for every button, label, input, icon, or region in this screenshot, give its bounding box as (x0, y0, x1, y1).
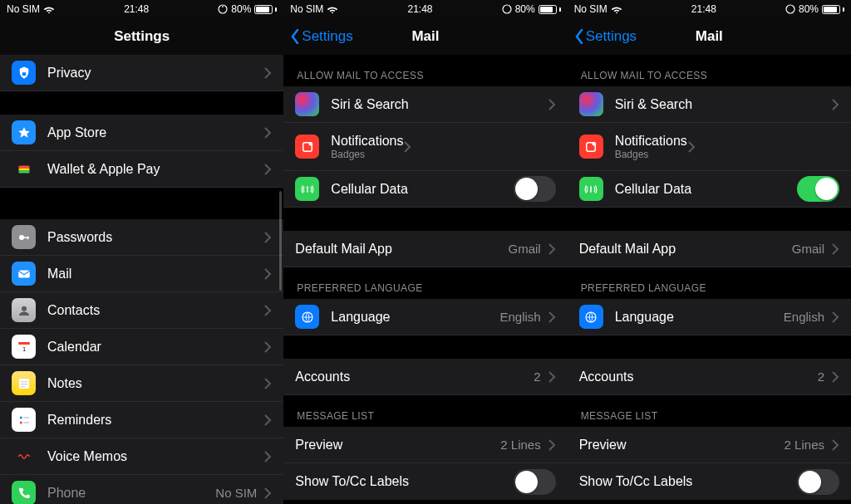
svg-rect-15 (23, 417, 29, 418)
row-default-mail-app[interactable]: Default Mail App Gmail (283, 231, 567, 267)
language-value: English (784, 310, 824, 324)
cellular-icon (579, 177, 603, 201)
chevron-icon (548, 99, 556, 110)
row-accounts[interactable]: Accounts 2 (283, 359, 567, 395)
clock-label: 21:48 (407, 3, 432, 15)
mail-settings-list: Allow Mail to Access Siri & Search Notif… (568, 55, 851, 500)
chevron-icon (831, 439, 839, 451)
chevron-icon (403, 141, 411, 153)
privacy-icon (12, 61, 36, 85)
svg-rect-12 (19, 379, 29, 389)
reminders-icon (12, 408, 36, 432)
chevron-icon (263, 164, 272, 175)
preview-label: Preview (579, 438, 785, 453)
chevron-icon (548, 439, 556, 451)
accounts-value: 2 (534, 369, 540, 384)
showtocc-toggle[interactable] (797, 469, 839, 495)
row-appstore[interactable]: App Store (0, 115, 283, 151)
notifications-label: Notifications (331, 134, 403, 149)
header-language: Preferred Language (568, 267, 851, 299)
accounts-label: Accounts (579, 369, 818, 384)
row-language[interactable]: Language English (568, 299, 851, 335)
notifications-icon (295, 135, 319, 159)
chevron-icon (831, 311, 839, 323)
phone-icon (12, 481, 36, 504)
row-notes[interactable]: Notes (0, 365, 283, 402)
row-cellular[interactable]: Cellular Data (568, 171, 851, 208)
phone-mail-on: No SIM 21:48 80% Settings Mail Allow Mai… (568, 0, 851, 504)
chevron-icon (263, 268, 272, 280)
svg-rect-6 (27, 237, 28, 239)
notifications-sub: Badges (615, 149, 687, 160)
chevron-icon (263, 232, 272, 243)
globe-icon (295, 305, 319, 329)
mail-settings-list: Allow Mail to Access Siri & Search Notif… (283, 55, 567, 500)
wallet-icon (12, 157, 36, 181)
preview-label: Preview (295, 438, 500, 453)
navbar: Settings Mail (568, 18, 851, 55)
row-notifications[interactable]: NotificationsBadges (283, 123, 567, 171)
cellular-toggle[interactable] (797, 176, 839, 202)
svg-rect-25 (590, 186, 592, 193)
row-notifications[interactable]: NotificationsBadges (568, 123, 851, 171)
row-wallet[interactable]: Wallet & Apple Pay (0, 151, 283, 188)
row-language[interactable]: Language English (283, 299, 567, 335)
cellular-label: Cellular Data (331, 182, 513, 197)
row-preview[interactable]: Preview 2 Lines (568, 427, 851, 463)
notifications-sub: Badges (331, 149, 403, 160)
page-title: Mail (411, 28, 439, 45)
battery-pct-label: 80% (799, 3, 819, 15)
cellular-toggle[interactable] (514, 176, 556, 202)
phone-mail-off: No SIM 21:48 80% Settings Mail Allow Mai… (283, 0, 567, 504)
notifications-icon (579, 135, 603, 159)
row-show-tocc[interactable]: Show To/Cc Labels (283, 463, 567, 500)
row-privacy[interactable]: Privacy (0, 55, 283, 91)
row-voicememos[interactable]: Voice Memos (0, 438, 283, 475)
wifi-icon (611, 5, 622, 13)
battery-pct-label: 80% (515, 3, 535, 15)
row-preview[interactable]: Preview 2 Lines (283, 427, 567, 463)
back-button[interactable]: Settings (290, 28, 352, 45)
svg-point-4 (19, 235, 24, 240)
appstore-label: App Store (47, 125, 263, 140)
language-value: English (499, 310, 540, 324)
showtocc-label: Show To/Cc Labels (579, 474, 797, 489)
svg-rect-20 (307, 186, 308, 193)
row-cellular[interactable]: Cellular Data (283, 171, 567, 208)
orientation-lock-icon (218, 4, 228, 14)
row-passwords[interactable]: Passwords (0, 219, 283, 256)
svg-rect-2 (18, 168, 30, 170)
chevron-icon (263, 451, 272, 462)
svg-rect-16 (23, 422, 29, 423)
row-accounts[interactable]: Accounts 2 (568, 359, 851, 395)
language-label: Language (615, 310, 784, 325)
row-default-mail-app[interactable]: Default Mail App Gmail (568, 231, 851, 267)
default-app-value: Gmail (508, 242, 540, 256)
calendar-icon: 1 (12, 335, 36, 359)
carrier-label: No SIM (574, 3, 608, 15)
row-mail[interactable]: Mail (0, 256, 283, 292)
svg-point-19 (308, 142, 312, 146)
clock-label: 21:48 (124, 3, 149, 15)
showtocc-toggle[interactable] (514, 469, 556, 495)
row-calendar[interactable]: 1 Calendar (0, 329, 283, 365)
row-phone[interactable]: Phone No SIM (0, 475, 283, 504)
row-siri[interactable]: Siri & Search (283, 86, 567, 123)
chevron-icon (831, 99, 839, 110)
header-language: Preferred Language (283, 267, 567, 299)
status-bar: No SIM 21:48 80% (0, 0, 283, 18)
row-siri[interactable]: Siri & Search (568, 86, 851, 123)
row-contacts[interactable]: Contacts (0, 292, 283, 329)
header-message-list: Message List (283, 395, 567, 427)
svg-point-14 (19, 421, 22, 423)
battery-pct-label: 80% (231, 3, 251, 15)
header-message-list: Message List (568, 395, 851, 427)
siri-label: Siri & Search (615, 97, 831, 112)
row-reminders[interactable]: Reminders (0, 402, 283, 438)
contacts-label: Contacts (47, 303, 263, 318)
row-show-tocc[interactable]: Show To/Cc Labels (568, 463, 851, 500)
chevron-left-icon (290, 29, 300, 44)
chevron-icon (831, 243, 839, 255)
back-button[interactable]: Settings (574, 28, 637, 45)
reminders-label: Reminders (47, 413, 263, 428)
